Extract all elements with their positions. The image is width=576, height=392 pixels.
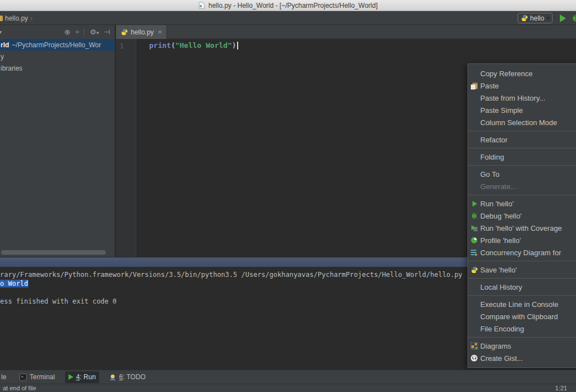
coverage-icon xyxy=(468,224,480,232)
profiler-icon xyxy=(468,236,480,244)
folder-icon xyxy=(0,16,3,21)
chevron-down-icon: ▾ xyxy=(547,15,549,21)
toolwindow-button-run[interactable]: 4: Run xyxy=(65,371,99,383)
code-string: "Hello World" xyxy=(175,41,232,49)
settings-gear-icon[interactable]: ⚙▾ xyxy=(90,28,99,36)
debug-button[interactable] xyxy=(572,14,576,22)
menu-separator xyxy=(468,165,576,166)
project-panel-toolbar: ▾ ⊕ ÷ ⚙▾ ⊣ xyxy=(0,25,115,39)
text-caret xyxy=(237,42,238,49)
horizontal-scrollbar[interactable] xyxy=(1,250,106,255)
editor-tab-bar: hello.py × xyxy=(116,25,576,39)
paste-icon xyxy=(468,82,480,90)
menu-item-paste-from-history[interactable]: Paste from History... xyxy=(468,92,576,104)
menu-item-copy-reference[interactable]: Copy Reference xyxy=(468,67,576,80)
close-icon[interactable]: × xyxy=(157,28,162,36)
run-configuration-name: hello xyxy=(530,14,544,22)
terminal-icon: >_ xyxy=(19,374,27,381)
status-message: at end of file xyxy=(3,385,36,391)
menu-item-debug-hello[interactable]: Debug 'hello' xyxy=(468,210,576,222)
menu-separator xyxy=(468,261,576,261)
menu-item-generate: Generate... xyxy=(468,180,576,192)
menu-item-concurrency-diagram[interactable]: Concurrency Diagram for xyxy=(468,246,576,259)
menu-item-run-hello[interactable]: Run 'hello' xyxy=(468,197,576,210)
menu-item-local-history[interactable]: Local History xyxy=(468,281,576,293)
python-icon xyxy=(521,14,528,22)
project-tree-file[interactable]: y xyxy=(0,51,115,62)
menu-separator xyxy=(468,195,576,195)
tab-title: hello.py xyxy=(131,28,154,36)
titlebar: hello.py - Hello_World - [~/PycharmProje… xyxy=(0,0,576,11)
debug-icon xyxy=(468,212,480,220)
menu-item-paste-simple[interactable]: Paste Simple xyxy=(468,104,576,116)
project-path: ~/PycharmProjects/Hello_Wor xyxy=(12,41,101,49)
menu-separator xyxy=(468,337,576,338)
menu-item-run-hello-with-coverage[interactable]: Run 'hello' with Coverage xyxy=(468,222,576,234)
diagrams-icon xyxy=(468,342,480,350)
project-tree-external-libraries[interactable]: ibraries xyxy=(0,62,115,74)
menu-item-folding[interactable]: Folding xyxy=(468,151,576,163)
toolwindow-button-todo[interactable]: 6: TODO xyxy=(106,371,149,383)
menu-item-save-hello[interactable]: Save 'hello' xyxy=(468,264,576,276)
menu-separator xyxy=(468,278,576,279)
concurrency-diagram-icon xyxy=(468,249,480,256)
chevron-right-icon: › xyxy=(30,14,32,22)
breadcrumb-file[interactable]: hello.py xyxy=(5,14,28,22)
collapse-all-icon[interactable]: ÷ xyxy=(75,28,79,36)
run-button[interactable] xyxy=(560,14,566,22)
breadcrumb[interactable]: hello.py › xyxy=(0,11,32,25)
menu-item-execute-line-in-console[interactable]: Execute Line in Console xyxy=(468,298,576,310)
toolwindow-bar: le >_ Terminal 4: Run 6: TODO xyxy=(0,370,576,384)
toolbar-separator xyxy=(84,29,85,36)
window-title: hello.py - Hello_World - [~/PycharmProje… xyxy=(208,2,377,9)
line-number: 1 xyxy=(116,39,136,50)
code-paren-open: ( xyxy=(171,41,175,49)
file-icon xyxy=(198,2,205,9)
run-icon xyxy=(68,374,73,380)
toolwindow-button-terminal[interactable]: >_ Terminal xyxy=(16,371,58,383)
python-icon xyxy=(121,28,128,36)
run-icon xyxy=(468,200,480,207)
menu-separator xyxy=(468,148,576,148)
menu-item-compare-with-clipboard[interactable]: Compare with Clipboard xyxy=(468,310,576,322)
code-keyword: print xyxy=(149,41,171,49)
code-line[interactable]: print("Hello World") xyxy=(149,41,238,49)
project-panel: ▾ ⊕ ÷ ⚙▾ ⊣ rld ~/PycharmProjects/Hello_W… xyxy=(0,25,115,257)
code-paren-close: ) xyxy=(232,41,237,49)
editor-gutter: 1 xyxy=(116,39,136,257)
todo-icon xyxy=(109,374,116,381)
menu-item-go-to[interactable]: Go To xyxy=(468,168,576,180)
toolwindow-button-partial[interactable]: le xyxy=(1,373,6,381)
hide-panel-icon[interactable]: ⊣ xyxy=(104,28,110,36)
project-name: rld xyxy=(1,41,9,49)
menu-item-profile-hello[interactable]: Profile 'hello' xyxy=(468,234,576,246)
menu-separator xyxy=(468,131,576,131)
menu-separator xyxy=(468,295,576,296)
chevron-down-icon: ▾ xyxy=(0,29,2,35)
locate-icon[interactable]: ⊕ xyxy=(64,28,70,36)
menu-item-file-encoding[interactable]: File Encoding xyxy=(468,322,576,335)
navigation-bar: hello.py › hello ▾ xyxy=(0,11,576,25)
project-tree-root-selected[interactable]: rld ~/PycharmProjects/Hello_Wor xyxy=(0,39,115,51)
menu-item-refactor[interactable]: Refactor xyxy=(468,133,576,146)
github-icon xyxy=(468,354,480,362)
tab-hello-py[interactable]: hello.py × xyxy=(116,25,167,39)
menu-item-paste[interactable]: Paste xyxy=(468,80,576,92)
python-icon xyxy=(468,266,480,274)
menu-item-diagrams[interactable]: Diagrams xyxy=(468,340,576,352)
menu-item-create-gist[interactable]: Create Gist... xyxy=(468,352,576,364)
menu-item-column-selection-mode[interactable]: Column Selection Mode xyxy=(468,116,576,128)
run-configuration-select[interactable]: hello ▾ xyxy=(518,13,553,23)
selected-output-text: o World xyxy=(0,280,28,287)
pycharm-window: hello.py - Hello_World - [~/PycharmProje… xyxy=(0,0,576,392)
caret-position-indicator[interactable]: 1:21 xyxy=(555,385,567,391)
status-bar: at end of file 1:21 xyxy=(0,384,576,392)
editor-context-menu: Copy Reference Paste Paste from History.… xyxy=(467,63,576,368)
